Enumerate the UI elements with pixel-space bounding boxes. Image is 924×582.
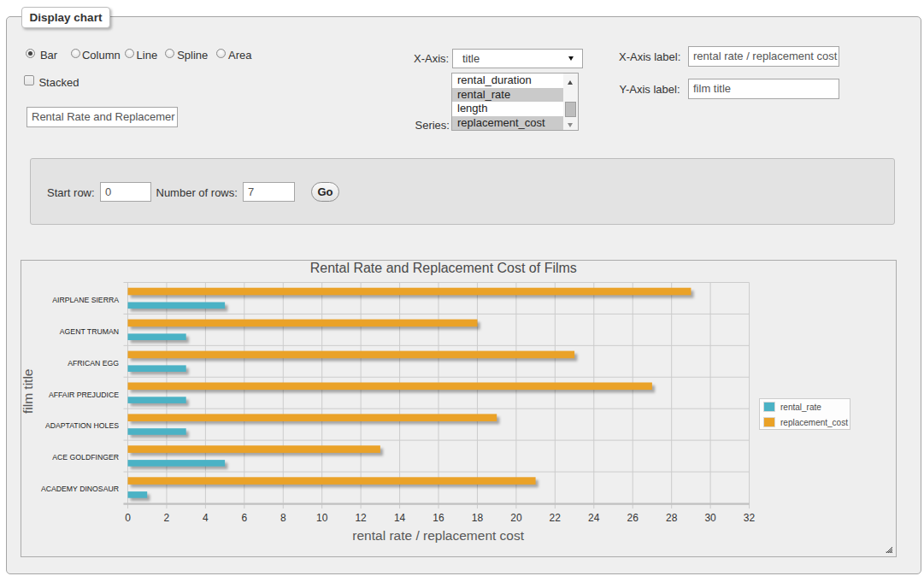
svg-text:22: 22	[550, 512, 562, 524]
svg-text:14: 14	[394, 512, 406, 524]
svg-text:10: 10	[316, 512, 328, 524]
svg-text:8: 8	[280, 512, 286, 524]
svg-text:film title: film title	[21, 369, 36, 414]
svg-text:AGENT TRUMAN: AGENT TRUMAN	[60, 327, 119, 336]
svg-text:ADAPTATION HOLES: ADAPTATION HOLES	[45, 421, 119, 430]
svg-text:Rental Rate and Replacement Co: Rental Rate and Replacement Cost of Film…	[310, 261, 577, 275]
svg-text:20: 20	[510, 512, 522, 524]
svg-text:AFRICAN EGG: AFRICAN EGG	[68, 359, 119, 367]
svg-text:rental_rate: rental_rate	[780, 403, 821, 412]
svg-text:24: 24	[588, 512, 600, 524]
svg-text:rental rate / replacement cost: rental rate / replacement cost	[352, 528, 524, 543]
svg-text:0: 0	[125, 512, 131, 524]
svg-text:26: 26	[627, 512, 639, 524]
svg-text:18: 18	[472, 512, 484, 524]
svg-text:4: 4	[203, 512, 209, 524]
svg-text:AIRPLANE SIERRA: AIRPLANE SIERRA	[52, 296, 119, 304]
svg-text:ACE GOLDFINGER: ACE GOLDFINGER	[52, 453, 119, 461]
svg-text:6: 6	[241, 512, 247, 524]
svg-text:2: 2	[164, 512, 170, 524]
svg-text:AFFAIR PREJUDICE: AFFAIR PREJUDICE	[49, 391, 119, 399]
svg-text:28: 28	[666, 512, 678, 524]
svg-text:32: 32	[744, 512, 756, 524]
svg-text:16: 16	[433, 512, 444, 524]
svg-text:ACADEMY DINOSAUR: ACADEMY DINOSAUR	[41, 485, 119, 493]
svg-text:30: 30	[704, 512, 716, 524]
svg-text:replacement_cost: replacement_cost	[780, 418, 848, 427]
svg-text:12: 12	[355, 512, 367, 524]
